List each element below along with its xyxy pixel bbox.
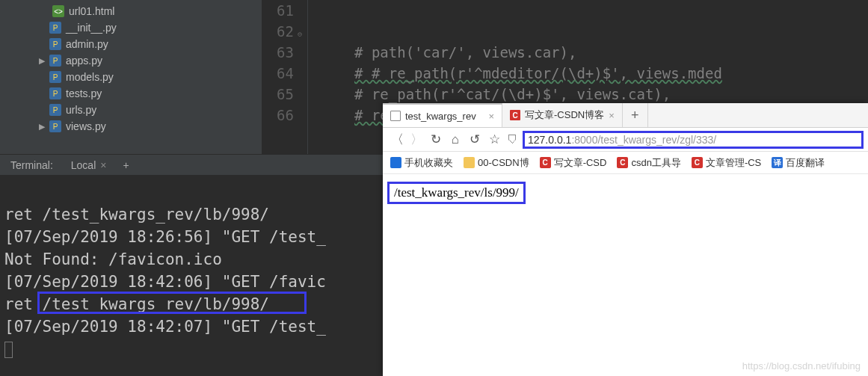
annotation-highlight <box>37 292 307 314</box>
file-label: models.py <box>66 71 114 83</box>
file-label: admin.py <box>66 38 108 50</box>
terminal-line: Not Found: /favicon.ico <box>4 250 222 268</box>
python-file-icon: P <box>49 22 61 34</box>
file-label: url01.html <box>69 5 114 17</box>
browser-page-content: /test_kwargs_rev/ls/999/ https://blog.cs… <box>383 174 868 376</box>
file-tree-item[interactable]: ▶Papps.py <box>0 52 262 69</box>
terminal-line: [07/Sep/2019 18:42:07] "GET /test_ <box>4 318 326 336</box>
tab-title: test_kwargs_rev <box>405 111 476 122</box>
bookmark-item[interactable]: C写文章-CSD <box>540 156 607 170</box>
bookmark-item[interactable]: 译百度翻译 <box>772 156 825 170</box>
shield-icon[interactable]: ⛉ <box>507 133 518 146</box>
bookmark-item[interactable]: C文章管理-CS <box>692 156 761 170</box>
fold-icon[interactable]: ⊖ <box>298 24 302 45</box>
file-label: tests.py <box>66 87 102 99</box>
restore-button[interactable]: ↺ <box>465 132 484 147</box>
terminal-cursor <box>4 342 13 358</box>
favorite-button[interactable]: ☆ <box>484 132 504 147</box>
code-line: # path('car/', views.car), <box>354 44 576 61</box>
file-tree-item[interactable]: Padmin.py <box>0 36 262 52</box>
project-file-tree[interactable]: <>url01.html P__init__.py Padmin.py ▶Pap… <box>0 0 262 154</box>
bookmark-item[interactable]: 手机收藏夹 <box>390 156 453 170</box>
line-number: 64 <box>262 63 294 84</box>
close-icon[interactable]: × <box>609 110 615 121</box>
csdn-icon: C <box>540 157 551 168</box>
line-number: 65 <box>262 84 294 105</box>
browser-toolbar: 〈 〉 ↻ ⌂ ↺ ☆ ⛉ 127.0.0.1:8000/test_kwargs… <box>383 128 868 152</box>
terminal-line: [07/Sep/2019 18:26:56] "GET /test_ <box>4 228 326 246</box>
html-file-icon: <> <box>52 5 64 17</box>
file-tree-item[interactable]: Purls.py <box>0 102 262 118</box>
file-tree-item[interactable]: Pmodels.py <box>0 69 262 85</box>
bookmark-label: 文章管理-CS <box>706 156 761 170</box>
python-file-icon: P <box>49 55 61 67</box>
page-icon <box>390 111 401 121</box>
csdn-icon: C <box>692 157 703 168</box>
file-label: apps.py <box>66 55 102 67</box>
terminal-tab-label: Local <box>71 159 96 171</box>
file-tree-item[interactable]: Ptests.py <box>0 85 262 102</box>
csdn-icon: C <box>617 157 628 168</box>
python-file-icon: P <box>49 87 61 99</box>
line-number: 61 <box>262 0 294 21</box>
forward-button[interactable]: 〉 <box>407 131 426 148</box>
new-terminal-icon[interactable]: + <box>114 159 138 171</box>
file-label: views.py <box>66 120 106 132</box>
page-text: /test_kwargs_rev/ls/999/ <box>387 182 526 204</box>
close-icon[interactable]: × <box>100 159 106 171</box>
file-label: __init__.py <box>66 22 117 34</box>
browser-tab[interactable]: C 写文章-CSDN博客 × <box>502 103 623 127</box>
address-bar[interactable]: 127.0.0.1:8000/test_kwargs_rev/zgl/333/ <box>523 131 864 149</box>
terminal-tab[interactable]: Local× <box>64 159 114 171</box>
home-button[interactable]: ⌂ <box>446 132 465 147</box>
line-number: 66 <box>262 105 294 126</box>
file-label: urls.py <box>66 104 96 116</box>
editor-gutter: 61 62 63 64 65 66 ⊖ <box>262 0 308 154</box>
python-file-icon: P <box>49 38 61 50</box>
line-number: 63 <box>262 42 294 63</box>
file-tree-item[interactable]: <>url01.html <box>0 3 262 19</box>
terminal-line: ret /test_kwargs_rev/lb/998/ <box>4 206 269 224</box>
new-tab-button[interactable]: + <box>623 103 648 127</box>
translate-icon: 译 <box>772 157 783 168</box>
bookmark-label: 00-CSDN博 <box>478 156 529 170</box>
bookmark-icon <box>390 157 401 168</box>
watermark: https://blog.csdn.net/ifubing <box>742 360 861 372</box>
tab-title: 写文章-CSDN博客 <box>525 108 604 122</box>
line-number: 62 <box>262 21 294 42</box>
close-icon[interactable]: × <box>488 111 494 122</box>
bookmark-label: 手机收藏夹 <box>404 156 453 170</box>
expand-arrow-icon[interactable]: ▶ <box>39 122 46 132</box>
terminal-title: Terminal: <box>0 159 64 171</box>
bookmark-label: 百度翻译 <box>786 156 825 170</box>
python-file-icon: P <box>49 120 61 132</box>
file-tree-item[interactable]: ▶Pviews.py <box>0 118 262 135</box>
python-file-icon: P <box>49 71 61 83</box>
back-button[interactable]: 〈 <box>387 131 407 148</box>
expand-arrow-icon[interactable]: ▶ <box>39 56 46 66</box>
bookmark-item[interactable]: 00-CSDN博 <box>464 156 529 170</box>
python-file-icon: P <box>49 104 61 116</box>
bookmarks-bar: 手机收藏夹 00-CSDN博 C写文章-CSD Ccsdn工具导 C文章管理-C… <box>383 152 868 174</box>
code-line: # # re_path(r'^mdeditor/(\d+)$', views.m… <box>354 65 722 81</box>
bookmark-label: 写文章-CSD <box>554 156 607 170</box>
file-tree-item[interactable]: P__init__.py <box>0 19 262 36</box>
reload-button[interactable]: ↻ <box>426 132 446 147</box>
folder-icon <box>464 157 475 168</box>
url-host: 127.0.0.1 <box>528 134 571 146</box>
terminal-line: [07/Sep/2019 18:42:06] "GET /favic <box>4 273 326 291</box>
browser-tab-strip: test_kwargs_rev × C 写文章-CSDN博客 × + <box>383 103 868 128</box>
browser-tab[interactable]: test_kwargs_rev × <box>383 103 502 127</box>
url-path: :8000/test_kwargs_rev/zgl/333/ <box>571 134 716 146</box>
csdn-icon: C <box>510 110 520 120</box>
bookmark-label: csdn工具导 <box>631 156 680 170</box>
browser-window: test_kwargs_rev × C 写文章-CSDN博客 × + 〈 〉 ↻… <box>383 103 868 376</box>
bookmark-item[interactable]: Ccsdn工具导 <box>617 156 680 170</box>
code-line: # re_path(r'^cat/(\d+)$', views.cat), <box>354 86 671 102</box>
